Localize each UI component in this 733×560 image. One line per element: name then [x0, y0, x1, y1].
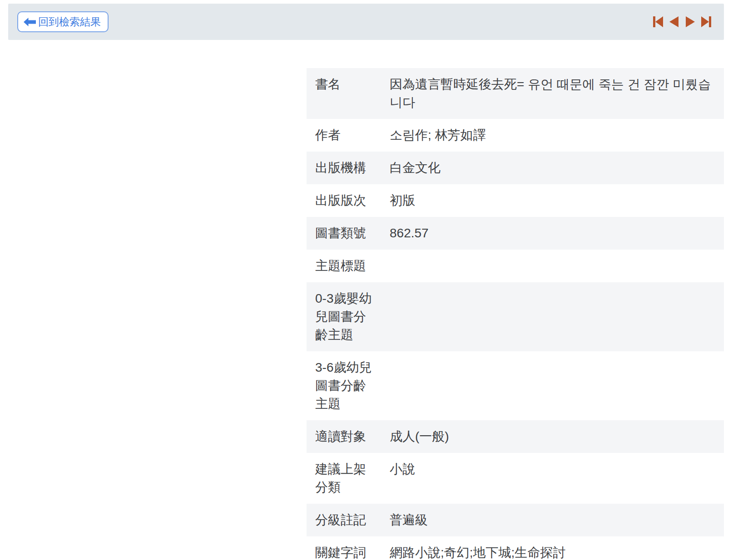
field-label: 關鍵字詞: [307, 536, 390, 560]
table-row: 關鍵字詞網路小說;奇幻;地下城;生命探討: [307, 536, 724, 560]
field-label: 建議上架分類: [307, 453, 390, 504]
first-page-icon[interactable]: [651, 15, 664, 28]
field-value: 初版: [390, 184, 724, 217]
field-label: 主題標題: [307, 250, 390, 282]
field-value: 白金文化: [390, 152, 724, 184]
table-row: 適讀對象成人(一般): [307, 420, 724, 453]
field-value: [390, 282, 724, 351]
previous-record-icon[interactable]: [668, 15, 680, 28]
field-label: 分級註記: [307, 504, 390, 536]
table-row: 0-3歲嬰幼兒圖書分齡主題: [307, 282, 724, 351]
table-row: 建議上架分類小說: [307, 453, 724, 504]
field-value: 成人(一般): [390, 420, 724, 453]
table-row: 3-6歲幼兒圖書分齡主題: [307, 351, 724, 420]
field-label: 3-6歲幼兒圖書分齡主題: [307, 351, 390, 420]
field-label: 作者: [307, 119, 390, 152]
table-row: 圖書類號862.57: [307, 217, 724, 250]
next-record-icon[interactable]: [684, 15, 697, 28]
field-value: 普遍級: [390, 504, 724, 536]
field-label: 出版機構: [307, 152, 390, 184]
top-toolbar: 回到檢索結果: [8, 4, 724, 40]
table-row: 分級註記普遍級: [307, 504, 724, 536]
last-page-icon[interactable]: [700, 15, 713, 28]
table-row: 作者소림作; 林芳如譯: [307, 119, 724, 152]
field-label: 書名: [307, 68, 390, 119]
book-detail-table: 書名因為遺言暫時延後去死= 유언 때문에 죽는 건 잠깐 미뤘습니다作者소림作;…: [307, 68, 724, 560]
field-value: 862.57: [390, 217, 724, 250]
field-value: 因為遺言暫時延後去死= 유언 때문에 죽는 건 잠깐 미뤘습니다: [390, 68, 724, 119]
table-row: 主題標題: [307, 250, 724, 282]
field-value: 網路小說;奇幻;地下城;生命探討: [390, 536, 724, 560]
field-value: [390, 250, 724, 282]
back-to-results-button[interactable]: 回到檢索結果: [17, 11, 109, 32]
record-pager: [651, 15, 713, 28]
table-row: 出版版次初版: [307, 184, 724, 217]
field-label: 0-3歲嬰幼兒圖書分齡主題: [307, 282, 390, 351]
back-button-label: 回到檢索結果: [38, 17, 101, 27]
field-value: 小說: [390, 453, 724, 504]
field-label: 適讀對象: [307, 420, 390, 453]
field-value: [390, 351, 724, 420]
table-row: 書名因為遺言暫時延後去死= 유언 때문에 죽는 건 잠깐 미뤘습니다: [307, 68, 724, 119]
table-row: 出版機構白金文化: [307, 152, 724, 184]
field-value: 소림作; 林芳如譯: [390, 119, 724, 152]
field-label: 出版版次: [307, 184, 390, 217]
field-label: 圖書類號: [307, 217, 390, 250]
left-arrow-icon: [24, 18, 36, 26]
